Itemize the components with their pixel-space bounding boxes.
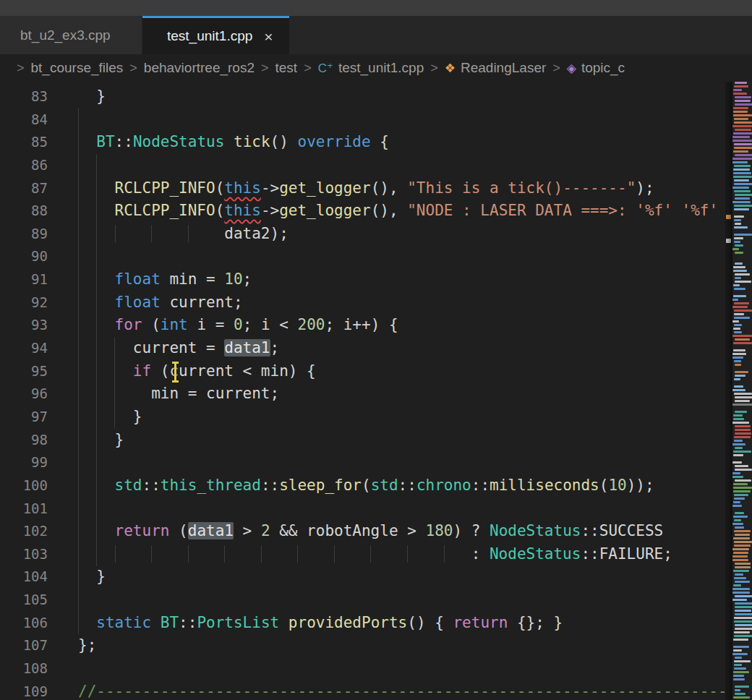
code-line[interactable]: 99 xyxy=(0,451,725,474)
line-number: 89 xyxy=(0,223,48,246)
minimap-line xyxy=(732,320,739,323)
minimap-line xyxy=(733,168,750,171)
code-text: : NodeStatus::FAILURE; xyxy=(48,543,672,566)
code-line[interactable]: 89 data2); xyxy=(0,223,725,246)
overview-ruler[interactable] xyxy=(725,82,732,700)
minimap-line xyxy=(732,161,748,163)
tab-bar: bt_u2_ex3.cpptest_unit1.cpp× xyxy=(0,16,752,54)
breadcrumb-item-behaviortree-ros2[interactable]: behaviortree_ros2 xyxy=(144,60,255,76)
code-line[interactable]: 108 xyxy=(0,657,725,680)
code-line[interactable]: 88 RCLCPP_INFO(this->get_logger(), "NODE… xyxy=(0,200,725,223)
minimap-line xyxy=(733,516,748,518)
minimap-line xyxy=(734,324,742,326)
indent-guide xyxy=(96,154,97,566)
code-line[interactable]: 84 xyxy=(0,108,725,132)
minimap-line xyxy=(733,646,749,648)
minimap-line xyxy=(733,295,746,297)
code-line[interactable]: 94 current = data1; xyxy=(0,337,725,360)
minimap-line xyxy=(734,143,752,145)
minimap-line xyxy=(732,306,748,308)
tab-label: test_unit1.cpp xyxy=(167,28,252,44)
code-editor[interactable]: 83 }8485 BT::NodeStatus tick() override … xyxy=(0,82,752,700)
breadcrumb-item-topic-c[interactable]: ◈topic_c xyxy=(567,60,625,76)
code-line[interactable]: 96 min = current; xyxy=(0,383,725,406)
minimap-line xyxy=(733,570,749,572)
breadcrumb-label: bt_course_files xyxy=(31,60,124,76)
code-text xyxy=(48,245,78,268)
minimap-line xyxy=(732,588,750,590)
code-line[interactable]: 100 std::this_thread::sleep_for(std::chr… xyxy=(0,474,725,498)
minimap-line xyxy=(732,389,745,391)
minimap-line xyxy=(733,671,749,673)
minimap-line xyxy=(733,132,752,135)
code-line[interactable]: 85 BT::NodeStatus tick() override { xyxy=(0,131,725,154)
code-text: RCLCPP_INFO(this->get_logger(), "This is… xyxy=(48,177,654,200)
cpp-file-icon: C⁺ xyxy=(318,62,333,74)
minimap[interactable] xyxy=(732,82,752,700)
line-number: 93 xyxy=(0,314,48,337)
minimap-line xyxy=(733,328,740,330)
code-line[interactable]: 105 xyxy=(0,589,725,612)
minimap-line xyxy=(734,660,751,662)
minimap-line xyxy=(735,364,741,366)
line-number: 105 xyxy=(0,589,48,612)
tab-close-icon[interactable]: × xyxy=(264,29,273,44)
breadcrumb-item-readinglaser[interactable]: ❖ReadingLaser xyxy=(445,60,547,76)
breadcrumb-item-test[interactable]: test xyxy=(275,60,298,76)
code-line[interactable]: 95 if (current < min) { xyxy=(0,360,725,383)
breadcrumb-item-bt-course-files[interactable]: bt_course_files xyxy=(31,60,124,76)
code-area[interactable]: 83 }8485 BT::NodeStatus tick() override … xyxy=(0,85,725,700)
code-line[interactable]: 102 return (data1 > 2 && robotAngle > 18… xyxy=(0,520,725,543)
code-line[interactable]: 107}; xyxy=(0,634,725,657)
class-icon: ❖ xyxy=(445,62,456,74)
code-text: std::this_thread::sleep_for(std::chrono:… xyxy=(48,474,654,498)
breadcrumb-label: ReadingLaser xyxy=(461,60,546,76)
minimap-line xyxy=(733,552,748,554)
code-text: //--------------------------------------… xyxy=(48,680,725,700)
tab-bt-u2-ex3-cpp[interactable]: bt_u2_ex3.cpp xyxy=(0,16,142,54)
line-number: 84 xyxy=(0,108,48,132)
code-text: for (int i = 0; i < 200; i++) { xyxy=(48,314,398,337)
minimap-line xyxy=(733,266,745,268)
line-number: 108 xyxy=(0,657,48,680)
minimap-line xyxy=(735,371,748,373)
minimap-line xyxy=(733,111,748,113)
code-line[interactable]: 83 } xyxy=(0,85,725,108)
minimap-line xyxy=(733,451,751,453)
indent-guide xyxy=(78,108,79,634)
breadcrumb-item-test-unit1-cpp[interactable]: C⁺test_unit1.cpp xyxy=(318,60,424,76)
minimap-line xyxy=(732,505,742,507)
minimap-line xyxy=(734,237,743,239)
code-line[interactable]: 103 : NodeStatus::FAILURE; xyxy=(0,543,725,566)
minimap-line xyxy=(734,85,748,88)
code-line[interactable]: 97 } xyxy=(0,406,725,429)
code-line[interactable]: 92 float current; xyxy=(0,291,725,315)
code-text: return (data1 > 2 && robotAngle > 180) ?… xyxy=(48,520,663,543)
code-line[interactable]: 90 xyxy=(0,245,725,268)
minimap-line xyxy=(733,584,741,586)
minimap-line xyxy=(735,194,752,196)
code-line[interactable]: 106 static BT::PortsList providedPorts()… xyxy=(0,612,725,635)
code-line[interactable]: 98 } xyxy=(0,429,725,452)
tab-test-unit1-cpp[interactable]: test_unit1.cpp× xyxy=(142,16,289,54)
line-number: 106 xyxy=(0,612,48,635)
code-line[interactable]: 86 xyxy=(0,154,725,177)
minimap-line xyxy=(735,197,750,200)
code-line[interactable]: 87 RCLCPP_INFO(this->get_logger(), "This… xyxy=(0,177,725,200)
code-line[interactable]: 109//-----------------------------------… xyxy=(0,680,725,700)
code-line[interactable]: 104 } xyxy=(0,565,725,589)
code-line[interactable]: 91 float min = 10; xyxy=(0,268,725,291)
indent-guide xyxy=(114,337,115,429)
minimap-line xyxy=(735,223,741,225)
minimap-line xyxy=(733,114,752,116)
minimap-line xyxy=(734,205,752,207)
minimap-line xyxy=(732,404,752,406)
code-line[interactable]: 93 for (int i = 0; i < 200; i++) { xyxy=(0,314,725,337)
minimap-line xyxy=(734,393,752,395)
code-line[interactable]: 101 xyxy=(0,498,725,521)
line-number: 99 xyxy=(0,451,48,474)
minimap-line xyxy=(735,613,752,615)
minimap-line xyxy=(735,129,751,131)
chevron-right-icon: > xyxy=(304,61,312,76)
minimap-line xyxy=(733,150,748,153)
